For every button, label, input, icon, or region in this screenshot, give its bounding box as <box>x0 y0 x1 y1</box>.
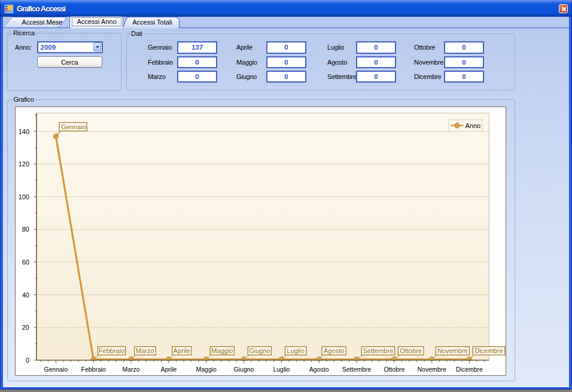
svg-text:Febbraio: Febbraio <box>99 347 124 354</box>
svg-text:Ottobre: Ottobre <box>384 366 404 373</box>
svg-text:Anno: Anno <box>465 122 481 129</box>
svg-text:Gennaio: Gennaio <box>61 123 86 130</box>
svg-text:Maggio: Maggio <box>211 347 233 354</box>
svg-text:Giugno: Giugno <box>234 366 254 373</box>
svg-text:Novembre: Novembre <box>417 366 446 373</box>
svg-text:Dicembre: Dicembre <box>474 347 503 354</box>
svg-text:Marzo: Marzo <box>136 347 154 354</box>
svg-text:Settembre: Settembre <box>342 366 372 373</box>
svg-text:Agosto: Agosto <box>324 347 344 354</box>
svg-text:Luglio: Luglio <box>287 347 305 354</box>
svg-text:Marzo: Marzo <box>123 366 140 373</box>
svg-text:60: 60 <box>22 259 29 266</box>
svg-text:100: 100 <box>19 193 29 200</box>
svg-text:Luglio: Luglio <box>273 366 290 373</box>
svg-text:140: 140 <box>19 128 29 135</box>
svg-text:Gennaio: Gennaio <box>44 366 68 373</box>
svg-text:80: 80 <box>22 226 29 233</box>
svg-text:Novembre: Novembre <box>437 347 468 354</box>
svg-text:Agosto: Agosto <box>309 366 329 373</box>
svg-text:120: 120 <box>19 160 29 168</box>
svg-text:Settembre: Settembre <box>363 347 394 354</box>
svg-text:Giugno: Giugno <box>249 347 270 354</box>
svg-text:40: 40 <box>22 291 29 299</box>
svg-text:Dicembre: Dicembre <box>456 366 483 373</box>
svg-text:Febbraio: Febbraio <box>81 366 106 373</box>
svg-text:Ottobre: Ottobre <box>400 347 422 354</box>
svg-text:Aprile: Aprile <box>160 366 177 373</box>
svg-text:Aprile: Aprile <box>174 347 190 354</box>
svg-text:Maggio: Maggio <box>196 366 217 373</box>
svg-text:20: 20 <box>22 324 29 331</box>
svg-text:0: 0 <box>26 357 29 364</box>
